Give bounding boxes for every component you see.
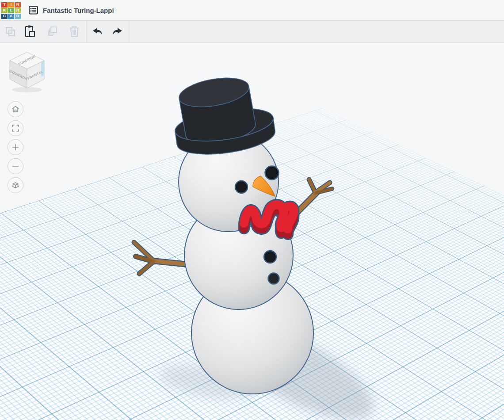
list-icon [28,5,39,15]
logo-cell: T [1,2,8,8]
delete-button[interactable] [65,23,84,41]
app-header: T I N K E R C A D Fantastic Turing-Lappi [0,0,504,21]
coal-button-upper[interactable] [264,251,276,263]
logo-cell: I [8,2,14,8]
logo-cell: A [8,14,14,19]
home-icon [11,105,20,114]
tinkercad-logo[interactable]: T I N K E R C A D [1,2,21,19]
logo-cell: R [15,8,21,13]
logo-cell: C [1,14,8,19]
copy-icon [4,25,17,38]
coal-eye-left[interactable] [235,181,248,193]
view-cube[interactable]: SUPERIOR IZQUIERDA FRONTAL [7,49,48,94]
view-cube-edge-highlight [41,61,44,77]
logo-cell: D [15,14,21,19]
home-view-button[interactable] [8,101,23,117]
undo-button[interactable] [88,23,107,41]
toolbar-divider [87,21,87,42]
coal-button-lower[interactable] [268,273,279,284]
copy-button[interactable] [1,23,20,41]
logo-cell: K [1,8,8,13]
edit-toolbar [0,21,504,43]
toolbar-divider [128,21,128,42]
redo-button[interactable] [107,23,127,41]
zoom-out-button[interactable] [8,158,23,174]
undo-arrow-icon [91,26,104,38]
plus-icon [11,143,20,152]
zoom-in-button[interactable] [8,139,23,155]
duplicate-icon [46,25,60,39]
perspective-toggle-button[interactable] [8,177,23,193]
viewport-3d[interactable]: SUPERIOR IZQUIERDA FRONTAL [0,42,504,420]
minus-icon [11,162,20,171]
fit-view-button[interactable] [8,120,23,136]
logo-cell: N [15,2,21,8]
fit-view-icon [11,124,20,133]
logo-cell: E [8,8,14,13]
view-controls [8,101,23,193]
perspective-cube-icon [11,181,20,190]
model-snowman[interactable] [0,42,504,420]
duplicate-button[interactable] [43,23,63,41]
coal-eye-right[interactable] [265,166,279,180]
redo-arrow-icon [111,26,124,38]
design-menu-button[interactable] [27,4,39,16]
paste-button[interactable] [20,23,40,41]
trash-icon [68,25,81,39]
design-title: Fantastic Turing-Lappi [43,7,114,14]
paste-icon [23,24,37,39]
